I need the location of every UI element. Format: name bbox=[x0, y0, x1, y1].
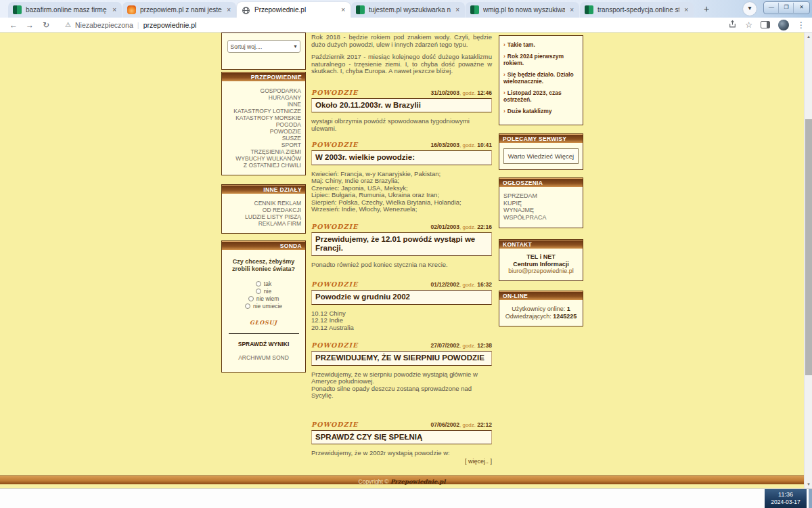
article-datetime: 16/03/2003, godz. 10:41 bbox=[430, 142, 492, 148]
address-bar: ← → ↻ ⚠ Niezabezpieczona | przepowiednie… bbox=[0, 18, 812, 33]
sidebar-menu-link[interactable]: POGODA bbox=[225, 121, 301, 128]
ads-link[interactable]: SPRZEDAM bbox=[503, 192, 579, 200]
tab-close-icon[interactable]: × bbox=[455, 6, 460, 14]
article-category-link[interactable]: POWODZIE bbox=[311, 223, 358, 230]
left-sidebar: Sortuj woj.... ▾ PRZEPOWIEDNIE GOSPODARK… bbox=[221, 33, 306, 373]
article-title-link[interactable]: PRZEWIDUJEMY, ŻE W SIERPNIU POWODZIE bbox=[311, 351, 492, 366]
sidebar-menu-link[interactable]: TRZĘSIENIA ZIEMI bbox=[225, 148, 301, 155]
poll-box: SONDA Czy chcesz, żebyśmy zrobili koniec… bbox=[221, 240, 306, 373]
other-sections-box: INNE DZIAŁY CENNIK REKLAMOD REDAKCJILUDZ… bbox=[221, 184, 306, 234]
tab-transport-spedycja[interactable]: transport-spedycja.online strona × bbox=[580, 2, 694, 18]
more-link[interactable]: [ więcej.. ] bbox=[311, 458, 492, 465]
tab-close-icon[interactable]: × bbox=[340, 6, 346, 14]
intro-paragraph: Październik 2017 - miesiąc kolejnego doś… bbox=[311, 54, 492, 75]
article-category-link[interactable]: POWODZIE bbox=[311, 280, 358, 288]
sort-region-select[interactable]: Sortuj woj.... ▾ bbox=[227, 40, 300, 53]
article-title-link[interactable]: W 2003r. wielkie powodzie: bbox=[311, 150, 492, 165]
tab-bazafirm[interactable]: bazafirm.online masz firmę kup w × bbox=[8, 2, 122, 18]
recommended-body: Warto Wiedzieć Więcej bbox=[499, 143, 583, 169]
news-link[interactable]: ›Rok 2024 pierwszym rokiem. bbox=[503, 53, 579, 66]
poll-vote-button[interactable]: GŁOSUJ bbox=[225, 319, 302, 326]
minimize-button[interactable]: — bbox=[765, 3, 779, 13]
sidebar-menu-link[interactable]: CENNIK REKLAM bbox=[225, 200, 301, 207]
scroll-down-icon[interactable]: ▼ bbox=[805, 480, 812, 488]
forward-icon[interactable]: → bbox=[22, 20, 38, 30]
sidebar-menu-link[interactable]: WYBUCHY WULKANÓW bbox=[225, 155, 301, 162]
radio-button-icon[interactable] bbox=[256, 289, 261, 294]
page-viewport: Sortuj woj.... ▾ PRZEPOWIEDNIE GOSPODARK… bbox=[0, 33, 812, 488]
sidebar-menu-link[interactable]: POWODZIE bbox=[225, 128, 301, 135]
poll-option[interactable]: nie wiem bbox=[225, 295, 302, 302]
tab-close-icon[interactable]: × bbox=[112, 6, 117, 14]
sidebar-menu-link[interactable]: GOSPODARKA bbox=[225, 87, 301, 94]
bookmark-star-icon[interactable]: ☆ bbox=[745, 20, 752, 30]
sidebar-menu-link[interactable]: HURAGANY bbox=[225, 94, 301, 101]
article-title-link[interactable]: SPRAWDŹ CZY SIĘ SPEŁNIĄ bbox=[311, 430, 492, 445]
back-icon[interactable]: ← bbox=[5, 20, 22, 30]
taskbar-clock[interactable]: 11:36 2024-03-17 bbox=[765, 489, 807, 508]
radio-button-icon[interactable] bbox=[256, 281, 261, 287]
contact-email-link[interactable]: biuro@przepowiednie.pl bbox=[502, 268, 580, 275]
close-button[interactable]: ✕ bbox=[794, 3, 809, 13]
poll-option[interactable]: tak bbox=[225, 280, 302, 287]
side-panel-icon[interactable] bbox=[761, 21, 770, 28]
tab-tujestem[interactable]: tujestem.pl wyszukiwarka naj × bbox=[351, 2, 465, 18]
sidebar-menu-link[interactable]: KATASTROFY LOTNICZE bbox=[225, 108, 301, 114]
profile-avatar[interactable] bbox=[778, 20, 789, 30]
poll-archive-link[interactable]: ARCHIWUM SOND bbox=[225, 354, 302, 361]
tab-wmig[interactable]: wmig.pl to nowa wyszukiwarka f × bbox=[466, 2, 579, 18]
news-link[interactable]: ›Listopad 2023, czas ostrzeżeń. bbox=[503, 89, 579, 103]
article-category-link[interactable]: POWODZIE bbox=[311, 89, 358, 96]
tab-przepowiednie-active[interactable]: Przepowiednie.pl × bbox=[237, 2, 351, 18]
poll-divider bbox=[229, 333, 299, 334]
sidebar-menu-link[interactable]: KATASTROFY MORSKIE bbox=[225, 114, 301, 121]
ads-link[interactable]: WSPÓŁPRACA bbox=[503, 214, 579, 221]
news-link[interactable]: ›Się będzie działo. Działo wieloznacznie… bbox=[503, 71, 579, 85]
share-icon[interactable] bbox=[728, 19, 737, 31]
scrollbar-thumb[interactable] bbox=[805, 119, 812, 375]
poll-option[interactable]: nie umiecie bbox=[225, 302, 302, 310]
address-url[interactable]: przepowiednie.pl bbox=[143, 21, 197, 29]
scroll-up-icon[interactable]: ▲ bbox=[805, 33, 812, 41]
scrollbar[interactable]: ▲ ▼ bbox=[804, 33, 812, 488]
security-label: Niezabezpieczona bbox=[75, 21, 133, 29]
article-category-link[interactable]: POWODZIE bbox=[311, 421, 358, 428]
show-desktop-button[interactable] bbox=[808, 489, 812, 508]
article: POWODZIE 16/03/2003, godz. 10:41 W 2003r… bbox=[311, 141, 492, 213]
not-secure-warning-icon[interactable]: ⚠ bbox=[65, 21, 71, 28]
tab-search-chevron-icon[interactable]: ▾ bbox=[743, 2, 757, 16]
article-title-link[interactable]: Powodzie w grudniu 2002 bbox=[311, 290, 492, 305]
sidebar-menu-link[interactable]: Z OSTATNIEJ CHWILI bbox=[225, 162, 301, 169]
poll-option[interactable]: nie bbox=[225, 287, 302, 295]
tab-close-icon[interactable]: × bbox=[226, 6, 231, 14]
tab-close-icon[interactable]: × bbox=[683, 6, 689, 14]
news-link[interactable]: ›Duże kataklizmy bbox=[503, 108, 579, 114]
address-actions: ☆ ⋮ bbox=[728, 19, 807, 31]
article-title-link[interactable]: Przewidujemy, że 12.01 powódź wystąpi we… bbox=[311, 232, 492, 256]
article-category-link[interactable]: POWODZIE bbox=[311, 341, 358, 349]
sidebar-menu-link[interactable]: REKLAMA FIRM bbox=[225, 220, 301, 227]
news-link[interactable]: ›Takie tam. bbox=[503, 41, 579, 48]
article-datetime: 01/12/2002, godz. 16:32 bbox=[430, 281, 492, 288]
poll-results-link[interactable]: SPRAWDŹ WYNIKI bbox=[225, 341, 302, 347]
sidebar-menu-link[interactable]: INNE bbox=[225, 101, 301, 108]
radio-button-icon[interactable] bbox=[248, 296, 254, 301]
article-category-link[interactable]: POWODZIE bbox=[311, 141, 358, 148]
article-title-link[interactable]: Około 20.11.2003r. w Brazylii bbox=[311, 98, 492, 113]
sidebar-menu-link[interactable]: OD REDAKCJI bbox=[225, 207, 301, 213]
article-head: POWODZIE 31/10/2003, godz. 12:46 bbox=[311, 89, 492, 96]
recommended-link[interactable]: Warto Wiedzieć Więcej bbox=[503, 148, 579, 164]
omnibox[interactable]: ⚠ Niezabezpieczona | przepowiednie.pl bbox=[65, 21, 196, 29]
ads-link[interactable]: WYNAJMĘ bbox=[503, 207, 579, 214]
new-tab-button[interactable]: + bbox=[700, 3, 713, 16]
sidebar-menu-link[interactable]: LUDZIE LISTY PISZĄ bbox=[225, 213, 301, 220]
tab-przepowiem[interactable]: przepowiem.pl z nami jesteś zna × bbox=[122, 2, 236, 18]
radio-button-icon[interactable] bbox=[245, 303, 250, 309]
reload-icon[interactable]: ↻ bbox=[38, 20, 54, 30]
maximize-button[interactable]: ❐ bbox=[780, 3, 794, 13]
browser-menu-icon[interactable]: ⋮ bbox=[797, 20, 805, 30]
tab-close-icon[interactable]: × bbox=[569, 6, 574, 14]
ads-link[interactable]: KUPIĘ bbox=[503, 200, 579, 207]
sidebar-menu-link[interactable]: SPORT bbox=[225, 142, 301, 148]
sidebar-menu-link[interactable]: SUSZE bbox=[225, 135, 301, 142]
